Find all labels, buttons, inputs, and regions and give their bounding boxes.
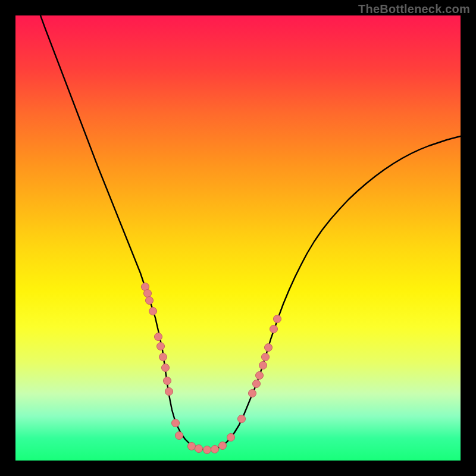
chart-frame: TheBottleneck.com: [0, 0, 476, 476]
data-marker: [211, 445, 219, 453]
data-marker: [159, 353, 167, 361]
data-marker: [261, 353, 270, 361]
data-marker: [161, 364, 170, 372]
data-marker: [195, 444, 203, 453]
data-marker: [248, 389, 256, 397]
data-marker: [218, 441, 227, 450]
data-marker: [237, 415, 246, 423]
data-marker: [149, 307, 157, 315]
data-marker: [175, 431, 183, 440]
data-marker: [171, 419, 180, 427]
plot-area: [15, 15, 461, 461]
data-marker: [163, 377, 171, 385]
data-marker: [156, 342, 165, 350]
watermark-text: TheBottleneck.com: [358, 2, 470, 16]
curve-svg: [15, 15, 461, 461]
data-marker: [273, 315, 281, 323]
data-marker: [270, 325, 278, 333]
data-marker: [264, 343, 273, 352]
data-marker: [203, 446, 211, 454]
data-marker: [145, 296, 154, 305]
data-marker: [259, 361, 267, 369]
data-marker: [154, 333, 162, 341]
data-marker: [255, 371, 264, 380]
data-marker: [252, 380, 261, 388]
data-marker: [165, 387, 173, 396]
data-marker: [227, 433, 235, 441]
bottleneck-curve: [40, 15, 461, 450]
